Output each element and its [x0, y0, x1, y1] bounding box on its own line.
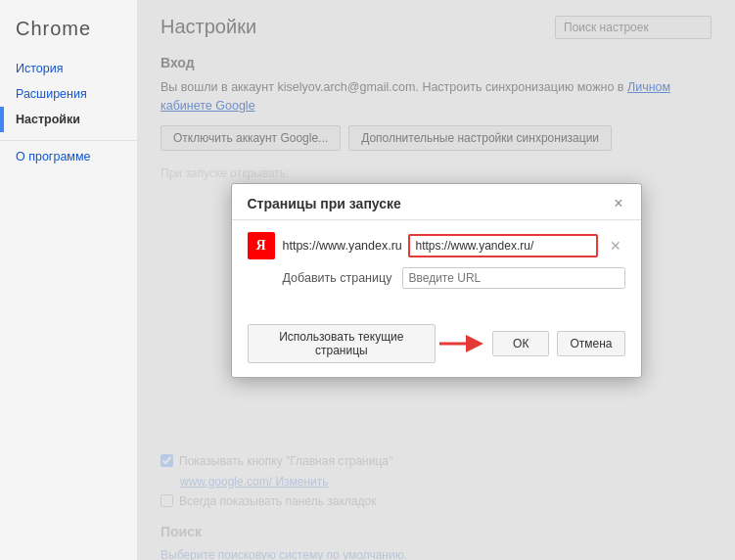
sidebar-item-history[interactable]: История: [0, 56, 137, 81]
app-logo: Chrome: [0, 12, 137, 56]
add-page-label: Добавить страницу: [248, 271, 394, 285]
sidebar-item-settings[interactable]: Настройки: [0, 107, 137, 132]
dialog-close-button[interactable]: ×: [612, 196, 624, 211]
url-clear-button[interactable]: ✕: [606, 238, 625, 254]
dialog-footer: Использовать текущие страницы ОК: [232, 316, 641, 377]
sidebar-item-extensions[interactable]: Расширения: [0, 81, 137, 107]
dialog-body: Я https://www.yandex.ru ✕ Добавить стран…: [232, 220, 641, 316]
ok-button[interactable]: ОК: [492, 331, 549, 356]
page-layout: Chrome История Расширения Настройки О пр…: [0, 0, 735, 560]
main-content: Настройки Вход Вы вошли в аккаунт kisely…: [137, 0, 735, 560]
add-page-input[interactable]: [402, 267, 625, 289]
arrow-icon: [436, 332, 484, 355]
sidebar: Chrome История Расширения Настройки О пр…: [0, 0, 137, 560]
yandex-favicon-icon: Я: [248, 232, 275, 259]
cancel-button[interactable]: Отмена: [557, 331, 624, 356]
use-current-pages-button[interactable]: Использовать текущие страницы: [248, 324, 436, 363]
sidebar-divider: [0, 140, 137, 141]
dialog-header: Страницы при запуске ×: [232, 184, 641, 220]
sidebar-item-about[interactable]: О программе: [0, 144, 106, 169]
footer-right: ОК Отмена: [436, 331, 624, 356]
url-entry-row: Я https://www.yandex.ru ✕: [248, 232, 625, 259]
modal-backdrop: Страницы при запуске × Я https://www.yan…: [137, 0, 735, 560]
startup-pages-dialog: Страницы при запуске × Я https://www.yan…: [231, 183, 642, 378]
add-page-row: Добавить страницу: [248, 267, 625, 289]
dialog-title: Страницы при запуске: [248, 196, 401, 211]
url-label: https://www.yandex.ru: [283, 239, 400, 253]
url-input[interactable]: [408, 234, 598, 257]
